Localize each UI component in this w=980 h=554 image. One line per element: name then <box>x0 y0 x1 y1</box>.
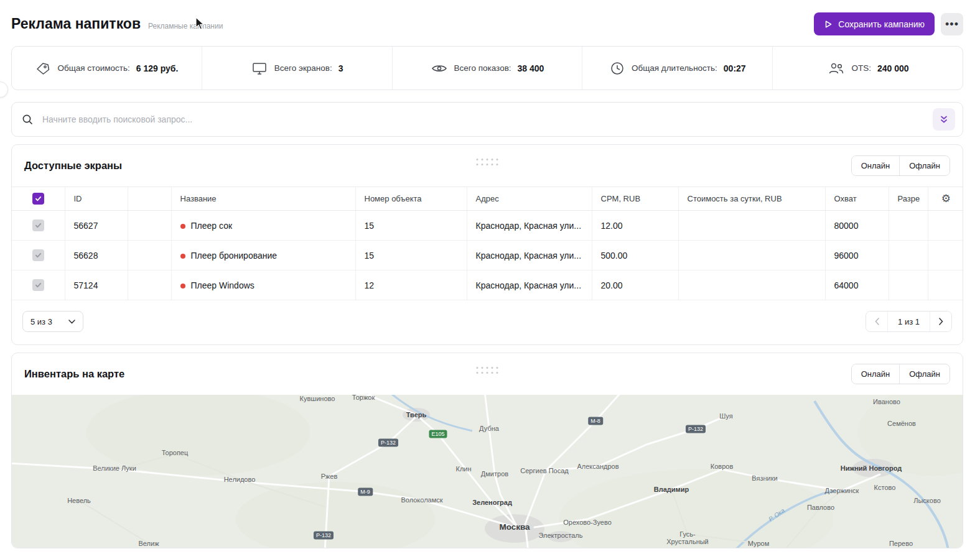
search-icon <box>22 114 34 126</box>
cell-resolution <box>889 270 928 300</box>
status-dot-icon <box>180 284 185 289</box>
cell-actions <box>928 270 963 300</box>
screen-name: Плеер Windows <box>191 280 254 290</box>
stat-value: 3 <box>338 63 343 73</box>
cell-daily-cost <box>678 270 825 300</box>
col-id: ID <box>65 187 128 211</box>
gear-icon[interactable]: ⚙ <box>941 193 951 205</box>
cell-reach: 64000 <box>825 270 889 300</box>
map-city-label: Нелидово <box>224 476 256 483</box>
page-header: Реклама напитков Рекламные кампании Сохр… <box>0 0 980 35</box>
offline-button[interactable]: Офлайн <box>899 156 950 175</box>
ellipsis-icon: ••• <box>945 19 959 30</box>
row-checkbox[interactable] <box>32 249 44 261</box>
stat-value: 38 400 <box>518 63 544 73</box>
cell-blank <box>128 211 171 241</box>
double-chevron-down-icon <box>939 114 949 124</box>
prev-page-button[interactable] <box>866 311 887 332</box>
cell-address: Краснодар, Красная ули... <box>467 270 592 300</box>
drag-handle-icon[interactable] <box>477 159 498 165</box>
next-page-button[interactable] <box>930 311 951 332</box>
chevron-right-icon <box>939 318 943 325</box>
stat-value: 00:27 <box>724 63 746 73</box>
map-city-label: Муром <box>748 540 769 547</box>
map-road-badge: М-8 <box>588 417 603 425</box>
table-header-row: ID Название Номер объекта Адрес CPM, RUB… <box>12 187 963 211</box>
col-object: Номер объекта <box>355 187 467 211</box>
map-online-offline-toggle: Онлайн Офлайн <box>851 364 950 384</box>
clock-icon <box>609 60 625 76</box>
play-icon <box>824 20 833 29</box>
cell-actions <box>928 241 963 270</box>
available-screens-card: Доступные экраны Онлайн Офлайн <box>11 144 963 345</box>
cell-resolution <box>889 241 928 270</box>
monitor-icon <box>251 60 268 76</box>
map-road-badge: Р-132 <box>314 532 334 540</box>
page-indicator: 1 из 1 <box>887 311 930 332</box>
people-icon <box>827 60 846 76</box>
save-campaign-button[interactable]: Сохранить кампанию <box>814 12 935 35</box>
cell-cpm: 20.00 <box>592 270 678 300</box>
col-address: Адрес <box>467 187 592 211</box>
cell-actions <box>928 211 963 241</box>
row-checkbox[interactable] <box>32 219 44 231</box>
map-city-label: Павлово <box>807 504 834 511</box>
map-canvas[interactable]: КувшиновоТоржокТверьДубнаИвановоШуяСемён… <box>12 395 963 548</box>
search-input[interactable] <box>41 114 933 125</box>
cell-blank <box>128 241 171 270</box>
side-panel-handle[interactable] <box>0 81 8 98</box>
cell-daily-cost <box>678 241 825 270</box>
stat-ots: OTS: 240 000 <box>773 47 963 90</box>
map-city-label: Клин <box>455 465 471 473</box>
map-offline-button[interactable]: Офлайн <box>899 364 950 384</box>
drag-handle-icon[interactable] <box>477 367 498 374</box>
online-button[interactable]: Онлайн <box>852 156 900 175</box>
map-city-label: Хрустальный <box>666 538 709 545</box>
map-city-label: Велиж <box>138 540 159 547</box>
page-title: Реклама напитков <box>11 16 141 32</box>
breadcrumb: Рекламные кампании <box>148 22 223 30</box>
row-checkbox-cell <box>12 241 65 270</box>
map-labels-layer: КувшиновоТоржокТверьДубнаИвановоШуяСемён… <box>12 395 963 548</box>
map-city-label: Дубна <box>479 425 499 432</box>
map-city-label: Александров <box>577 463 619 470</box>
table-pagination: 5 из 3 1 из 1 <box>12 300 963 344</box>
stat-label: Общая стоимость: <box>57 63 129 73</box>
map-river-label: Р. Ока <box>767 507 786 522</box>
more-actions-button[interactable]: ••• <box>941 13 963 35</box>
online-offline-toggle: Онлайн Офлайн <box>851 155 950 176</box>
map-city-label: Кувшиново <box>300 395 335 402</box>
map-city-label: Кстово <box>874 484 896 491</box>
map-online-button[interactable]: Онлайн <box>852 364 900 384</box>
map-city-label: Орехово-Зуево <box>563 519 612 526</box>
col-empty <box>128 187 171 211</box>
row-checkbox[interactable] <box>32 279 44 291</box>
map-city-label: Волоколамск <box>401 496 442 504</box>
map-city-label: Ржев <box>321 473 338 480</box>
cell-cpm: 12.00 <box>592 211 678 241</box>
col-daily-cost: Стоимость за сутки, RUB <box>678 187 825 211</box>
cell-name: Плеер Windows <box>171 270 355 300</box>
select-all-checkbox[interactable] <box>32 193 44 205</box>
stat-label: Всего экранов: <box>274 63 332 73</box>
map-card-header: Инвентарь на карте Онлайн Офлайн <box>12 353 963 395</box>
expand-filters-button[interactable] <box>933 108 955 131</box>
map-road-badge: Е105 <box>429 430 447 438</box>
status-dot-icon <box>180 254 185 259</box>
map-road-badge: М-9 <box>358 488 373 496</box>
col-cpm: CPM, RUB <box>592 187 678 211</box>
col-reach: Охват <box>825 187 889 211</box>
col-name: Название <box>171 187 355 211</box>
map-city-label: Ковров <box>711 463 733 470</box>
row-checkbox-cell <box>12 211 65 241</box>
stat-label: Общая длительность: <box>632 63 717 73</box>
page-size-select[interactable]: 5 из 3 <box>22 311 83 332</box>
map-city-label: Великие Луки <box>93 464 136 472</box>
map-city-label: Перево <box>889 540 913 547</box>
map-city-label: Тверь <box>406 411 427 418</box>
screens-table: ID Название Номер объекта Адрес CPM, RUB… <box>12 187 963 300</box>
pager-nav: 1 из 1 <box>866 311 952 332</box>
chevron-left-icon <box>875 318 879 325</box>
cell-address: Краснодар, Красная ули... <box>467 211 592 241</box>
stat-label: Всего показов: <box>454 63 511 73</box>
